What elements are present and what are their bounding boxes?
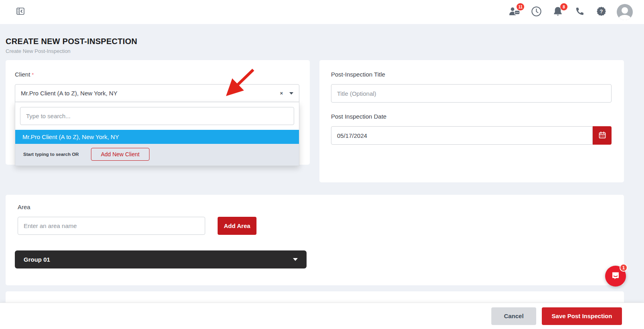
page-title: CREATE NEW POST-INSPECTION	[6, 37, 137, 46]
add-area-button[interactable]: Add Area	[218, 217, 256, 235]
phone-icon	[575, 6, 585, 18]
area-name-input[interactable]	[18, 217, 205, 235]
notifications-button[interactable]: 8	[552, 6, 564, 18]
details-card: Post-Inspection Title Post Inspection Da…	[319, 60, 624, 182]
area-row: Add Area	[18, 217, 256, 235]
post-inspection-title-label: Post-Inspection Title	[331, 71, 385, 78]
call-button[interactable]	[573, 6, 585, 18]
post-inspection-title-input[interactable]	[331, 84, 612, 103]
community-badge: 11	[517, 3, 524, 10]
screen: 11 8	[0, 0, 644, 329]
chevron-down-icon	[293, 258, 298, 261]
svg-text:?: ?	[600, 8, 603, 14]
add-new-client-button[interactable]: Add New Client	[91, 148, 150, 161]
messenger-icon	[611, 270, 620, 282]
open-calendar-button[interactable]	[593, 126, 612, 145]
area-label: Area	[18, 204, 30, 210]
dropdown-footer: Start typing to search OR Add New Client	[15, 144, 299, 166]
client-card: Client* Mr.Pro Client (A to Z), New York…	[6, 60, 310, 165]
chevron-down-icon[interactable]	[289, 92, 293, 95]
save-post-inspection-button[interactable]: Save Post Inspection	[542, 307, 622, 325]
post-inspection-date-input[interactable]	[331, 126, 593, 145]
group-accordion-header[interactable]: Group 01	[15, 250, 307, 268]
avatar-head-shape	[622, 7, 628, 14]
dropdown-search-wrap	[15, 102, 299, 130]
topbar: 11 8	[0, 0, 644, 24]
clear-selection-icon[interactable]: ×	[280, 90, 283, 96]
avatar-body-shape	[619, 15, 631, 20]
group-title: Group 01	[24, 256, 293, 263]
post-inspection-date-label: Post Inspection Date	[331, 113, 386, 120]
sidebar-collapse-icon	[15, 6, 26, 18]
history-button[interactable]	[530, 6, 542, 18]
chat-launcher-button[interactable]: 1	[605, 266, 626, 287]
clock-icon	[531, 6, 542, 18]
community-button[interactable]: 11	[509, 6, 521, 18]
user-avatar[interactable]	[617, 4, 633, 20]
footer-actionbar: Cancel Save Post Inspection	[0, 303, 644, 329]
help-icon: ?	[596, 6, 607, 18]
client-select[interactable]: Mr.Pro Client (A to Z), New York, NY ×	[15, 84, 299, 102]
help-button[interactable]: ?	[595, 6, 607, 18]
client-option-highlighted[interactable]: Mr.Pro Client (A to Z), New York, NY	[15, 130, 299, 144]
client-search-input[interactable]	[20, 107, 294, 125]
client-selected-value: Mr.Pro Client (A to Z), New York, NY	[21, 90, 280, 97]
calendar-icon	[598, 131, 606, 140]
topbar-actions: 11 8	[509, 4, 633, 20]
sidebar-toggle-button[interactable]	[14, 6, 26, 18]
notifications-badge: 8	[560, 3, 567, 10]
date-row	[331, 126, 612, 145]
cancel-button[interactable]: Cancel	[491, 307, 536, 325]
client-label: Client*	[15, 71, 34, 78]
chat-unread-badge: 1	[620, 264, 628, 272]
required-asterisk: *	[32, 72, 34, 78]
breadcrumb: Create New Post-Inspection	[6, 48, 71, 54]
area-card: Area Add Area Group 01	[6, 195, 624, 285]
client-dropdown-panel: Mr.Pro Client (A to Z), New York, NY Sta…	[15, 102, 299, 166]
dropdown-footer-hint: Start typing to search OR	[23, 152, 79, 157]
